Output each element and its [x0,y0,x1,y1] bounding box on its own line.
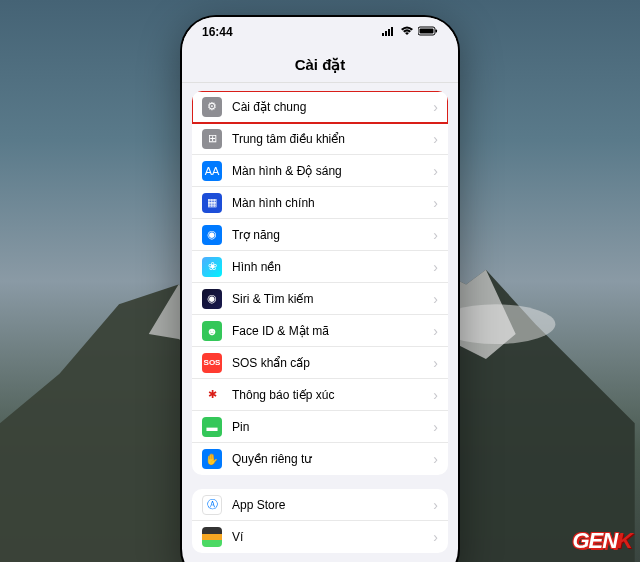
row-icon: ❀ [202,257,222,277]
status-time: 16:44 [202,25,233,39]
row-icon: ▬ [202,417,222,437]
row-label: App Store [232,498,433,512]
row-label: SOS khẩn cấp [232,356,433,370]
watermark: GENK [572,528,632,554]
chevron-right-icon: › [433,497,438,513]
chevron-right-icon: › [433,323,438,339]
settings-row[interactable]: AAMàn hình & Độ sáng› [192,155,448,187]
settings-row[interactable]: ❀Hình nền› [192,251,448,283]
settings-group: ⒶApp Store›Ví› [192,489,448,553]
chevron-right-icon: › [433,195,438,211]
svg-rect-7 [436,30,438,33]
settings-row[interactable]: ✱Thông báo tiếp xúc› [192,379,448,411]
row-label: Thông báo tiếp xúc [232,388,433,402]
row-label: Cài đặt chung [232,100,433,114]
settings-row[interactable]: Ví› [192,521,448,553]
page-title: Cài đặt [295,56,346,74]
chevron-right-icon: › [433,259,438,275]
chevron-right-icon: › [433,163,438,179]
chevron-right-icon: › [433,291,438,307]
settings-row[interactable]: ⊞Trung tâm điều khiển› [192,123,448,155]
row-label: Siri & Tìm kiếm [232,292,433,306]
row-label: Hình nền [232,260,433,274]
phone-screen: 16:44 Cài đặt ⚙Cài đặt chung›⊞Trung tâm … [182,17,458,562]
chevron-right-icon: › [433,529,438,545]
row-icon: ✋ [202,449,222,469]
row-icon: SOS [202,353,222,373]
chevron-right-icon: › [433,131,438,147]
row-icon: ▦ [202,193,222,213]
settings-row[interactable]: ▬Pin› [192,411,448,443]
settings-group: ⚙Cài đặt chung›⊞Trung tâm điều khiển›AAM… [192,91,448,475]
row-label: Face ID & Mật mã [232,324,433,338]
svg-rect-1 [382,33,384,36]
settings-row[interactable]: ◉Siri & Tìm kiếm› [192,283,448,315]
chevron-right-icon: › [433,387,438,403]
svg-rect-2 [385,31,387,36]
svg-rect-3 [388,29,390,36]
settings-row[interactable]: ▦Màn hình chính› [192,187,448,219]
row-label: Pin [232,420,433,434]
settings-row[interactable]: ⚙Cài đặt chung› [192,91,448,123]
row-icon: ◉ [202,225,222,245]
phone-frame: 16:44 Cài đặt ⚙Cài đặt chung›⊞Trung tâm … [180,15,460,562]
chevron-right-icon: › [433,227,438,243]
row-icon: ◉ [202,289,222,309]
row-icon: ⚙ [202,97,222,117]
row-label: Trợ năng [232,228,433,242]
page-header: Cài đặt [182,47,458,83]
settings-row[interactable]: ✋Quyền riêng tư› [192,443,448,475]
chevron-right-icon: › [433,419,438,435]
row-label: Ví [232,530,433,544]
chevron-right-icon: › [433,355,438,371]
settings-content: ⚙Cài đặt chung›⊞Trung tâm điều khiển›AAM… [182,83,458,562]
chevron-right-icon: › [433,99,438,115]
settings-row[interactable]: SOSSOS khẩn cấp› [192,347,448,379]
wifi-icon [400,25,414,39]
row-icon: ✱ [202,385,222,405]
settings-row[interactable]: ⒶApp Store› [192,489,448,521]
battery-icon [418,25,438,39]
row-icon: ⊞ [202,129,222,149]
svg-rect-6 [420,29,434,34]
settings-row[interactable]: ☻Face ID & Mật mã› [192,315,448,347]
row-label: Màn hình chính [232,196,433,210]
row-icon: Ⓐ [202,495,222,515]
row-label: Màn hình & Độ sáng [232,164,433,178]
row-icon: ☻ [202,321,222,341]
svg-rect-4 [391,27,393,36]
row-icon: AA [202,161,222,181]
signal-icon [382,25,396,39]
row-label: Quyền riêng tư [232,452,433,466]
settings-row[interactable]: ◉Trợ năng› [192,219,448,251]
chevron-right-icon: › [433,451,438,467]
row-icon [202,527,222,547]
status-bar: 16:44 [182,17,458,47]
row-label: Trung tâm điều khiển [232,132,433,146]
